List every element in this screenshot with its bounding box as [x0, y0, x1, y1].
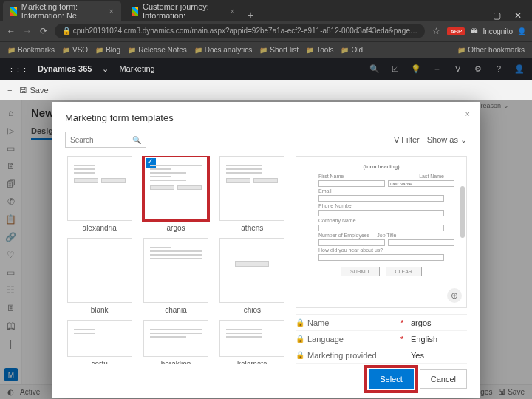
task-icon[interactable]: ☑: [390, 64, 400, 74]
template-card[interactable]: chios: [218, 238, 287, 314]
modal-close-icon[interactable]: ×: [466, 109, 470, 118]
url-field[interactable]: 🔒 cpub20191024.crm3.dynamics.com/main.as…: [55, 24, 425, 38]
prop-value: argos: [411, 318, 467, 327]
abp-badge[interactable]: ABP: [447, 27, 465, 35]
other-bookmarks[interactable]: Other bookmarks: [457, 46, 525, 54]
prop-label: Language: [307, 335, 396, 344]
prop-value: Yes: [411, 351, 467, 360]
preview-input: [388, 180, 454, 187]
page-body: ⌂ ▷ ▭ 🗎 🗐 ✆ 📋 🔗 ♡ ▭ ☷ 🗏 🕮 | New l Design…: [0, 100, 532, 399]
bookmark-item[interactable]: Tools: [306, 46, 333, 54]
preview-input: [318, 239, 385, 246]
browser-tab[interactable]: Customer journey: Information: ×: [124, 1, 242, 21]
prop-row: 🔒 Language * English: [296, 331, 467, 347]
template-card[interactable]: blank: [65, 238, 134, 314]
zoom-icon[interactable]: ⊕: [447, 288, 462, 303]
prop-row: 🔒 Marketing provided Yes: [296, 347, 467, 364]
filter-button[interactable]: ∇ Filter: [394, 135, 420, 145]
search-icon[interactable]: 🔍: [369, 64, 380, 74]
close-icon[interactable]: ×: [109, 7, 114, 16]
close-window-icon[interactable]: ✕: [514, 10, 522, 21]
tab-title: Marketing form: Information: Ne: [21, 2, 105, 20]
bookmark-item[interactable]: VSO: [62, 46, 88, 54]
minimize-icon[interactable]: —: [471, 10, 480, 21]
preview-input: [318, 225, 444, 231]
search-input[interactable]: Search 🔍: [65, 132, 146, 148]
modal-toolbar: Search 🔍 ∇ Filter Show as ⌄: [65, 131, 467, 149]
preview-input: [388, 239, 454, 246]
search-placeholder: Search: [70, 136, 94, 144]
template-label: argos: [166, 224, 185, 232]
window-controls: — ▢ ✕: [460, 10, 532, 21]
template-card[interactable]: kalamata: [218, 320, 287, 364]
select-button[interactable]: Select: [369, 369, 414, 389]
bookmark-item[interactable]: Old: [341, 46, 363, 54]
new-tab-button[interactable]: +: [242, 9, 259, 21]
form-preview: (form heading) First NameLast Name Email…: [296, 156, 467, 308]
lock-icon: 🔒: [296, 351, 303, 359]
scrollbar[interactable]: [460, 186, 465, 238]
search-icon: 🔍: [132, 136, 141, 144]
preview-input: [318, 254, 444, 261]
help-icon[interactable]: ?: [494, 64, 504, 73]
show-as-button[interactable]: Show as ⌄: [427, 135, 467, 145]
prop-label: Name: [307, 318, 396, 327]
incognito-icon: 🕶: [471, 27, 478, 35]
url-text: cpub20191024.crm3.dynamics.com/main.aspx…: [73, 27, 426, 35]
bookmark-item[interactable]: Short list: [259, 46, 299, 54]
preview-input: [318, 180, 385, 187]
back-icon[interactable]: ←: [6, 26, 16, 36]
avatar-icon[interactable]: 👤: [517, 27, 526, 35]
add-icon[interactable]: ＋: [432, 64, 442, 75]
star-icon[interactable]: ☆: [431, 26, 441, 36]
field-label: Phone Number: [318, 203, 444, 208]
bookmark-item[interactable]: Docs analytics: [194, 46, 252, 54]
menu-icon[interactable]: ≡: [7, 86, 12, 95]
field-label: Company Name: [318, 218, 444, 223]
user-icon[interactable]: 👤: [514, 64, 525, 74]
reload-icon[interactable]: ⟳: [38, 26, 49, 36]
favicon-icon: [132, 7, 138, 16]
bookmark-item[interactable]: Bookmarks: [7, 46, 55, 54]
modal-overlay: Marketing form templates × Search 🔍 ∇ Fi…: [0, 100, 532, 399]
forward-icon[interactable]: →: [22, 26, 33, 36]
incognito-indicator: 🕶 Incognito 👤: [471, 27, 526, 35]
bookmark-item[interactable]: Blog: [95, 46, 120, 54]
field-label: Number of Employees: [318, 233, 369, 238]
bookmark-item[interactable]: Release Notes: [128, 46, 187, 54]
browser-tab-active[interactable]: Marketing form: Information: Ne ×: [3, 1, 121, 21]
template-card[interactable]: alexandria: [65, 156, 134, 232]
preview-clear: CLEAR: [386, 267, 422, 276]
favicon-icon: [10, 7, 17, 16]
save-command[interactable]: 🖫 Save: [19, 86, 48, 95]
filter-icon[interactable]: ∇: [452, 64, 463, 74]
modal-footer: Select Cancel: [65, 369, 467, 389]
template-card-selected[interactable]: argos: [141, 156, 210, 232]
chevron-down-icon: ⌄: [460, 135, 467, 144]
field-label: Job Title: [377, 233, 396, 238]
area-label: Marketing: [119, 64, 154, 73]
template-label: chania: [165, 306, 186, 314]
template-card[interactable]: corfu: [65, 320, 134, 364]
close-icon[interactable]: ×: [231, 7, 235, 16]
required-icon: *: [400, 318, 406, 327]
preview-input: [318, 195, 444, 202]
cancel-button[interactable]: Cancel: [420, 369, 467, 389]
product-name[interactable]: Dynamics 365: [38, 64, 92, 73]
template-label: kalamata: [237, 360, 267, 364]
template-card[interactable]: heraklion: [141, 320, 210, 364]
field-label: Last Name: [419, 174, 444, 179]
assistant-icon[interactable]: 💡: [411, 64, 421, 74]
tab-title: Customer journey: Information:: [143, 2, 226, 20]
modal-title: Marketing form templates: [65, 112, 467, 123]
chevron-down-icon[interactable]: ⌄: [102, 64, 109, 74]
template-grid: alexandria argos athens blank: [65, 156, 287, 364]
template-picker-modal: Marketing form templates × Search 🔍 ∇ Fi…: [52, 102, 480, 398]
maximize-icon[interactable]: ▢: [493, 10, 501, 21]
template-card[interactable]: athens: [218, 156, 287, 232]
preview-submit: SUBMIT: [341, 267, 379, 276]
template-card[interactable]: chania: [141, 238, 210, 314]
field-label: How did you hear about us?: [318, 248, 444, 253]
gear-icon[interactable]: ⚙: [473, 64, 483, 74]
waffle-icon[interactable]: ⋮⋮⋮: [7, 64, 27, 74]
